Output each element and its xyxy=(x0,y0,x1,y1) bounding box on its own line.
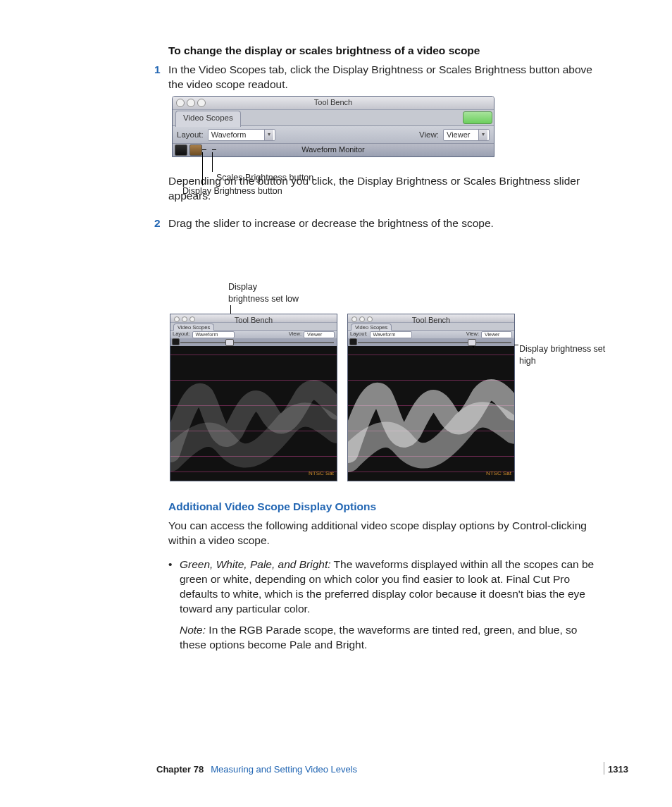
section-heading: To change the display or scales brightne… xyxy=(168,44,602,58)
figure-toolbench-top: Tool Bench Video Scopes Layout: Waveform… xyxy=(172,96,494,157)
layout-label: Layout: xyxy=(350,331,368,338)
subsection-para: You can access the following additional … xyxy=(168,519,602,548)
callout-scales-brightness: Scales Brightness button xyxy=(216,172,313,184)
window-titlebar: Tool Bench xyxy=(173,97,494,110)
slider-knob[interactable] xyxy=(468,339,476,346)
view-label: View: xyxy=(289,331,301,338)
layout-value: Waveform xyxy=(373,331,396,338)
figure-pair-brightness: Display brightness set low Tool Bench Vi… xyxy=(170,314,635,518)
page-footer: Chapter 78Measuring and Setting Video Le… xyxy=(0,763,672,777)
view-value: Viewer xyxy=(485,331,499,338)
sat-label: NTSC Sat xyxy=(309,470,334,478)
waveform-display: NTSC Sat xyxy=(348,346,514,481)
brightness-slider[interactable] xyxy=(170,338,337,346)
display-brightness-button[interactable] xyxy=(172,338,180,345)
view-dropdown[interactable]: Viewer xyxy=(481,331,512,338)
window-title: Tool Bench xyxy=(173,97,494,108)
view-dropdown[interactable]: Viewer▾ xyxy=(443,129,490,141)
view-value: Viewer xyxy=(447,130,470,140)
layout-label: Layout: xyxy=(177,130,204,140)
view-label: View: xyxy=(419,130,439,140)
slider-knob[interactable] xyxy=(225,339,234,346)
note-text: In the RGB Parade scope, the waveforms a… xyxy=(180,624,577,651)
tab-video-scopes[interactable]: Video Scopes xyxy=(175,111,241,127)
waveform-display: NTSC Sat xyxy=(170,346,337,481)
bullet-item: Green, White, Pale, and Bright: The wave… xyxy=(168,557,602,653)
step-1-text: In the Video Scopes tab, click the Displ… xyxy=(168,63,592,90)
tab-video-scopes[interactable]: Video Scopes xyxy=(351,324,392,331)
layout-value: Waveform xyxy=(196,331,218,338)
subsection-heading: Additional Video Scope Display Options xyxy=(168,500,602,515)
chapter-label: Chapter 78 xyxy=(156,764,204,775)
tab-video-scopes[interactable]: Video Scopes xyxy=(173,324,214,331)
view-dropdown[interactable]: Viewer xyxy=(304,331,335,338)
display-brightness-button[interactable] xyxy=(349,338,357,345)
layout-dropdown[interactable]: Waveform▾ xyxy=(208,129,275,141)
note-lead: Note: xyxy=(180,624,206,636)
step-number-2: 2 xyxy=(154,216,161,231)
brightness-slider[interactable] xyxy=(348,338,514,346)
page-number: 1313 xyxy=(608,763,628,775)
chevron-down-icon: ▾ xyxy=(478,130,487,140)
bullet-lead: Green, White, Pale, and Bright: xyxy=(180,558,331,570)
layout-label: Layout: xyxy=(173,331,190,338)
layout-value: Waveform xyxy=(211,130,247,140)
sat-label: NTSC Sat xyxy=(486,470,511,478)
tab-corner-button[interactable] xyxy=(463,111,492,124)
scope-panel-high: Tool Bench Video Scopes Layout:WaveformV… xyxy=(347,314,515,481)
view-value: Viewer xyxy=(307,331,322,338)
view-label: View: xyxy=(466,331,479,338)
callout-brightness-low: Display brightness set low xyxy=(228,281,300,305)
chapter-title: Measuring and Setting Video Levels xyxy=(211,764,357,775)
scope-title: Waveform Monitor xyxy=(173,144,494,155)
step-number-1: 1 xyxy=(154,63,161,78)
chevron-down-icon: ▾ xyxy=(264,130,273,140)
step-2-text: Drag the slider to increase or decrease … xyxy=(168,217,494,229)
layout-dropdown[interactable]: Waveform xyxy=(192,331,235,338)
tab-row: Video Scopes xyxy=(173,110,494,126)
callout-brightness-high: Display brightness set high xyxy=(519,343,611,367)
callout-display-brightness: Display Brightness button xyxy=(182,185,282,197)
scope-panel-low: Tool Bench Video Scopes Layout:WaveformV… xyxy=(170,314,337,481)
layout-dropdown[interactable]: Waveform xyxy=(370,331,412,338)
